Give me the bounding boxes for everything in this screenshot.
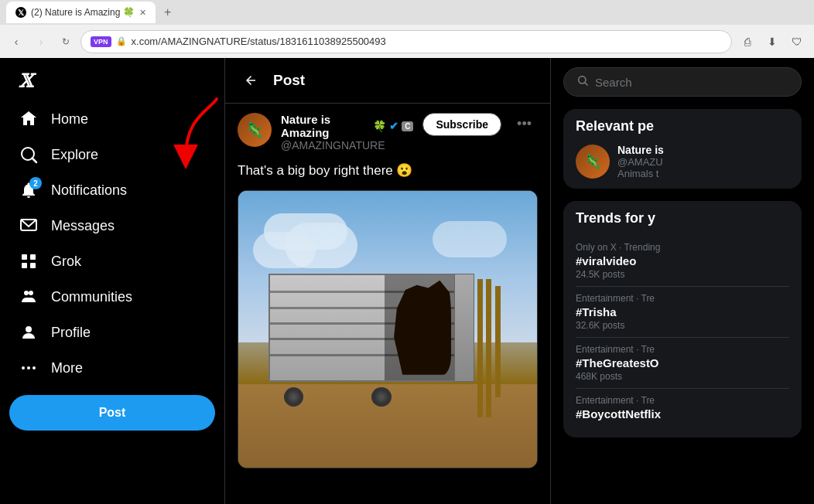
profile-label: Profile	[51, 325, 91, 341]
browser-chrome: 𝕏 (2) Nature is Amazing 🍀 ✕ + ‹ › ↻ VPN …	[0, 0, 814, 58]
tab-close-button[interactable]: ✕	[139, 8, 146, 18]
relevant-people-section: Relevant pe 🦎 Nature is @AMAZU Animals t	[563, 109, 802, 189]
sidebar-item-more[interactable]: More	[9, 350, 215, 386]
sidebar-item-grok[interactable]: Grok	[9, 243, 215, 279]
relevant-person-desc: Animals t	[617, 168, 664, 179]
sidebar-logo[interactable]: 𝕏	[9, 64, 215, 98]
relevant-people-title: Relevant pe	[576, 118, 789, 135]
communities-icon	[19, 287, 39, 307]
relevant-person-item[interactable]: 🦎 Nature is @AMAZU Animals t	[576, 144, 789, 179]
shield-icon[interactable]: 🛡	[786, 31, 808, 53]
trend-category-2: Entertainment · Tre	[576, 344, 789, 355]
author-name-row: Nature is Amazing 🍀 ✔ C	[281, 113, 413, 139]
more-icon	[19, 358, 39, 378]
svg-point-11	[27, 366, 30, 369]
tweet-text: That's a big boy right there 😮	[238, 161, 538, 181]
sidebar-item-messages[interactable]: Messages	[9, 208, 215, 243]
home-label: Home	[51, 111, 88, 128]
author-name: Nature is Amazing	[281, 113, 370, 139]
svg-rect-6	[30, 263, 36, 268]
tweet-media[interactable]	[238, 190, 538, 468]
svg-rect-4	[30, 254, 36, 260]
sidebar: 𝕏 Home Explore 2 Notifications	[0, 58, 224, 504]
notification-count: 2	[29, 177, 42, 189]
tweet-author-section: 🦎 Nature is Amazing 🍀 ✔ C @AMAZINGNATURE…	[238, 113, 538, 152]
active-tab[interactable]: 𝕏 (2) Nature is Amazing 🍀 ✕	[6, 2, 156, 23]
svg-point-10	[22, 366, 25, 369]
explore-label: Explore	[51, 147, 98, 163]
author-info: Nature is Amazing 🍀 ✔ C @AMAZINGNATURE	[281, 113, 413, 152]
trend-name-2: #TheGreatestO	[576, 356, 789, 369]
trend-count-2: 468K posts	[576, 371, 789, 382]
reload-button[interactable]: ↻	[56, 32, 76, 52]
lock-icon: 🔒	[116, 36, 127, 46]
search-bar[interactable]: Search	[563, 67, 802, 97]
author-avatar[interactable]: 🦎	[238, 113, 272, 147]
app-layout: 𝕏 Home Explore 2 Notifications	[0, 58, 814, 504]
cloud2	[433, 221, 508, 282]
right-sidebar: Search Relevant pe 🦎 Nature is @AMAZU An…	[551, 58, 814, 504]
forward-button[interactable]: ›	[31, 32, 51, 52]
trend-count-0: 24.5K posts	[576, 269, 789, 280]
svg-rect-5	[22, 263, 27, 268]
vpn-badge: VPN	[91, 36, 111, 47]
messages-label: Messages	[51, 218, 115, 234]
browser-tabs: 𝕏 (2) Nature is Amazing 🍀 ✕ +	[0, 0, 814, 25]
new-tab-button[interactable]: +	[159, 3, 177, 22]
post-button[interactable]: Post	[9, 395, 215, 431]
sidebar-item-communities[interactable]: Communities	[9, 279, 215, 315]
relevant-person-info: Nature is @AMAZU Animals t	[617, 144, 664, 179]
search-icon	[576, 74, 589, 90]
trend-category-3: Entertainment · Tre	[576, 395, 789, 406]
browser-toolbar: ‹ › ↻ VPN 🔒 x.com/AMAZINGNATURE/status/1…	[0, 25, 814, 58]
url-text: x.com/AMAZINGNATURE/status/1831611038925…	[132, 36, 386, 47]
trend-item-1[interactable]: Entertainment · Tre #Trisha 32.6K posts	[576, 287, 789, 338]
trend-category-1: Entertainment · Tre	[576, 293, 789, 304]
trend-item-2[interactable]: Entertainment · Tre #TheGreatestO 468K p…	[576, 338, 789, 389]
back-button[interactable]	[238, 67, 264, 94]
trend-name-0: #viralvideo	[576, 254, 789, 267]
verified-badge: 🍀	[373, 120, 386, 132]
relevant-person-name: Nature is	[617, 144, 664, 156]
notifications-icon: 2	[19, 180, 39, 200]
author-handle: @AMAZINGNATURE	[281, 139, 413, 152]
trend-item-0[interactable]: Only on X · Trending #viralvideo 24.5K p…	[576, 236, 789, 287]
svg-line-1	[32, 158, 37, 163]
sidebar-item-notifications[interactable]: 2 Notifications	[9, 172, 215, 208]
svg-point-12	[32, 366, 36, 369]
subscribe-button[interactable]: Subscribe	[422, 113, 501, 136]
c-badge: C	[402, 121, 413, 131]
x-logo-text: 𝕏	[19, 71, 33, 91]
relevant-person-handle: @AMAZU	[617, 156, 664, 168]
trends-title: Trends for y	[576, 210, 789, 226]
messages-icon	[19, 216, 39, 236]
post-page-title: Post	[273, 72, 305, 89]
sidebar-item-explore[interactable]: Explore	[9, 137, 215, 172]
svg-point-7	[24, 291, 29, 295]
sidebar-item-home[interactable]: Home	[9, 101, 215, 137]
svg-line-14	[585, 83, 587, 85]
trend-item-3[interactable]: Entertainment · Tre #BoycottNetflix	[576, 389, 789, 428]
relevant-person-avatar: 🦎	[576, 145, 610, 179]
post-more-button[interactable]: •••	[511, 113, 538, 135]
download-icon[interactable]: ⬇	[761, 31, 783, 53]
share-icon[interactable]: ⎙	[737, 31, 758, 53]
notifications-label: Notifications	[51, 182, 127, 199]
svg-point-9	[26, 326, 32, 332]
svg-rect-3	[22, 254, 27, 260]
media-scene	[238, 191, 537, 468]
fence	[477, 279, 513, 417]
communities-label: Communities	[51, 289, 132, 305]
home-icon	[19, 109, 39, 129]
sidebar-item-profile[interactable]: Profile	[9, 315, 215, 350]
toolbar-icons: ⎙ ⬇ 🛡	[737, 31, 808, 53]
back-button[interactable]: ‹	[6, 32, 26, 52]
tab-title: (2) Nature is Amazing 🍀	[31, 7, 135, 18]
address-bar[interactable]: VPN 🔒 x.com/AMAZINGNATURE/status/1831611…	[80, 30, 732, 53]
explore-icon	[19, 145, 39, 165]
post-header: Post	[225, 58, 550, 104]
profile-icon	[19, 322, 39, 342]
trend-count-1: 32.6K posts	[576, 320, 789, 331]
trends-section: Trends for y Only on X · Trending #viral…	[563, 201, 802, 438]
main-content: Post 🦎 Nature is Amazing 🍀 ✔ C @AMAZINGN…	[224, 58, 551, 504]
